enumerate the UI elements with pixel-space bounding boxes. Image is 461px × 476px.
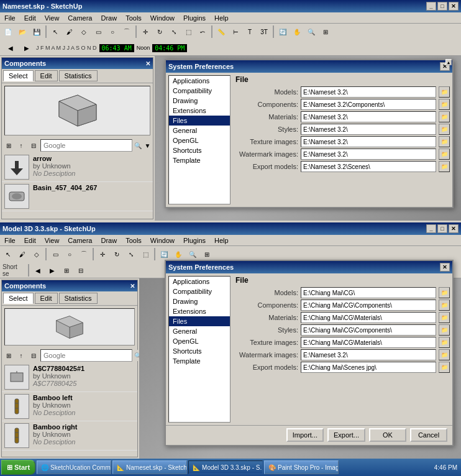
nav-compatibility-bottom[interactable]: Compatibility [169,286,230,296]
file-browse-materials-bottom[interactable]: 📁 [439,312,450,323]
bottom-tb-paint[interactable]: 🖌 [16,247,29,261]
bottom-maximize-button[interactable]: □ [437,224,447,233]
component-item-a5c[interactable]: A$C77880425#1 by Unknown A$C77880425 [2,363,137,392]
file-input-materials-top[interactable] [301,111,436,122]
bottom-tb-arc[interactable]: ⌒ [77,247,91,261]
bottom-tb-rect[interactable]: ▭ [48,247,62,261]
file-input-models-bottom[interactable] [301,287,436,298]
component-item-bamboo-left[interactable]: Bamboo left by Unknown No Desciption [2,392,137,421]
tb-orbit[interactable]: 🔄 [276,25,290,39]
file-browse-models-bottom[interactable]: 📁 [439,287,450,298]
bottom-menu-camera[interactable]: Camera [66,236,94,245]
tb-circle[interactable]: ○ [106,25,119,39]
bottom-menu-plugins[interactable]: Plugins [181,236,208,245]
file-input-styles-bottom[interactable] [301,324,436,336]
nav-applications-top[interactable]: Applications [169,76,230,86]
file-input-components-top[interactable] [301,99,436,110]
nav-grid-icon-bottom[interactable]: ⊟ [28,350,39,361]
cancel-button[interactable]: Cancel [410,428,447,442]
nav-general-top[interactable]: General [169,126,230,135]
nav-extensions-top[interactable]: Extensions [169,106,230,116]
file-browse-watermark-top[interactable]: 📁 [439,149,450,160]
sys-pref-close-bottom[interactable]: ✕ [440,263,450,272]
maximize-button[interactable]: □ [437,2,447,11]
bottom-tb-orbit[interactable]: 🔄 [157,247,171,261]
bottom-tb-extra1[interactable]: ⊞ [60,263,73,277]
nav-up-icon[interactable]: ↑ [16,140,27,151]
search-input-top[interactable] [40,139,132,152]
component-item-bamboo-right[interactable]: Bamboo right by Unknown No Desciption [2,421,137,451]
file-input-models-top[interactable] [301,86,436,98]
bottom-tb-move[interactable]: ✛ [96,247,109,261]
tab-edit-bottom[interactable]: Edit [35,293,58,304]
file-input-texture-bottom[interactable] [301,337,436,348]
tb-open[interactable]: 📂 [16,25,29,39]
file-input-styles-top[interactable] [301,124,436,135]
search-go-button-top[interactable]: 🔍 [134,140,142,151]
file-input-watermark-bottom[interactable] [301,349,436,360]
file-browse-export-top[interactable]: 📁 [439,161,450,172]
taskbar-item-model3d[interactable]: 📐 Model 3D 3.3.skp - S... [188,460,263,474]
menu-edit[interactable]: Edit [22,14,38,22]
tb-tape[interactable]: 📏 [214,25,228,39]
tb-3dtext[interactable]: 3T [257,25,271,39]
tb-rect[interactable]: ▭ [91,25,105,39]
menu-view[interactable]: View [43,14,62,22]
file-input-export-bottom[interactable] [301,362,436,373]
export-button[interactable]: Export... [327,428,365,442]
tab-select-bottom[interactable]: Select [3,293,34,304]
close-button[interactable]: ✕ [449,2,459,11]
search-options-button-top[interactable]: ▼ [144,140,152,151]
nav-up-icon-bottom[interactable]: ↑ [16,350,27,361]
file-browse-components-top[interactable]: 📁 [439,99,450,110]
bottom-tb-scale[interactable]: ⤡ [124,247,138,261]
menu-file[interactable]: File [2,14,17,22]
bottom-tb-extra2[interactable]: ⊟ [74,263,88,277]
components-panel-close-bottom[interactable]: ✕ [130,283,135,290]
bottom-tb-scene-next[interactable]: ▶ [45,263,59,277]
file-browse-styles-bottom[interactable]: 📁 [439,324,450,336]
nav-compatibility-top[interactable]: Compatibility [169,86,230,96]
tb-push[interactable]: ⬚ [181,25,195,39]
menu-camera[interactable]: Camera [66,14,94,22]
file-browse-materials-top[interactable]: 📁 [439,111,450,122]
tb-move[interactable]: ✛ [139,25,152,39]
bottom-tb-pan[interactable]: ✋ [171,247,185,261]
minimize-button[interactable]: _ [426,2,436,11]
bottom-tb-scene-prev[interactable]: ◀ [31,263,45,277]
tb-arc[interactable]: ⌒ [120,25,134,39]
file-browse-texture-top[interactable]: 📁 [439,136,450,147]
tb-paint[interactable]: 🖌 [63,25,76,39]
bottom-menu-tools[interactable]: Tools [124,236,144,245]
bottom-menu-help[interactable]: Help [212,236,230,245]
bottom-menu-view[interactable]: View [43,236,62,245]
menu-tools[interactable]: Tools [124,14,144,22]
tb-dim[interactable]: ⊢ [229,25,242,39]
menu-draw[interactable]: Draw [99,14,119,22]
nav-template-top[interactable]: Template [169,155,230,165]
nav-extensions-bottom[interactable]: Extensions [169,306,230,316]
tb-rotate[interactable]: ↻ [153,25,167,39]
nav-shortcuts-bottom[interactable]: Shortcuts [169,346,230,356]
file-input-texture-top[interactable] [301,136,436,147]
tab-edit-top[interactable]: Edit [35,70,58,81]
tb-pan[interactable]: ✋ [290,25,304,39]
components-panel-close-top[interactable]: ✕ [145,60,150,67]
menu-window[interactable]: Window [148,14,176,22]
tb-new[interactable]: 📄 [1,25,15,39]
nav-opengl-top[interactable]: OpenGL [169,135,230,145]
tb-scene-next[interactable]: ▶ [20,41,34,55]
tb-save[interactable]: 💾 [30,25,43,39]
tab-statistics-bottom[interactable]: Statistics [59,293,98,304]
nav-files-top[interactable]: Files [169,116,230,126]
nav-files-bottom[interactable]: Files [169,316,230,326]
file-browse-texture-bottom[interactable]: 📁 [439,337,450,348]
scroll-up-top[interactable]: ▲ [445,59,452,65]
nav-general-bottom[interactable]: General [169,326,230,336]
nav-shortcuts-top[interactable]: Shortcuts [169,145,230,155]
nav-drawing-top[interactable]: Drawing [169,96,230,106]
taskbar-item-nameset[interactable]: 📐 Nameset.skp - SketchUp [112,460,187,474]
file-input-components-bottom[interactable] [301,300,436,311]
ok-button[interactable]: OK [369,428,406,442]
tb-zoom[interactable]: 🔍 [304,25,318,39]
